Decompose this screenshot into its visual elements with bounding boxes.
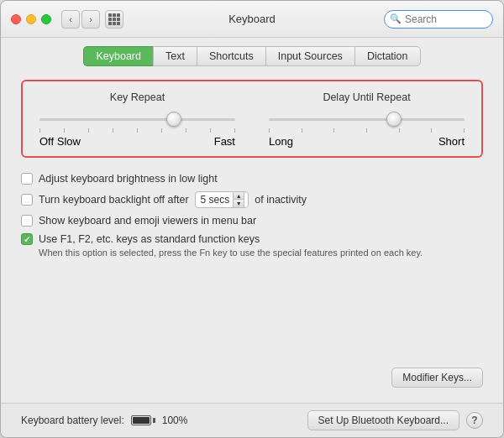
fn-keys-label: Use F1, F2, etc. keys as standard functi… xyxy=(39,233,260,245)
sliders-section: Key Repeat Off Slow Fast Del xyxy=(21,80,483,158)
tab-dictation[interactable]: Dictation xyxy=(354,46,421,66)
modifier-keys-button[interactable]: Modifier Keys... xyxy=(391,368,483,388)
main-content: Key Repeat Off Slow Fast Del xyxy=(1,66,503,403)
tab-text[interactable]: Text xyxy=(153,46,197,66)
forward-button[interactable]: › xyxy=(81,10,100,29)
fn-keys-note: When this option is selected, press the … xyxy=(39,247,483,259)
grid-icon xyxy=(108,13,120,25)
tabbar: Keyboard Text Shortcuts Input Sources Di… xyxy=(1,38,503,66)
footer: Keyboard battery level: 100% Set Up Blue… xyxy=(1,403,503,437)
option-brightness: Adjust keyboard brightness in low light xyxy=(21,173,483,185)
tab-shortcuts[interactable]: Shortcuts xyxy=(197,46,265,66)
backlight-suffix: of inactivity xyxy=(255,194,307,206)
battery-label: Keyboard battery level: xyxy=(21,415,124,426)
delay-left: Long xyxy=(269,135,293,148)
backlight-label: Turn keyboard backlight off after xyxy=(39,194,189,206)
brightness-checkbox[interactable] xyxy=(21,173,33,185)
key-repeat-slider-container xyxy=(39,110,235,128)
back-button[interactable]: ‹ xyxy=(61,10,80,29)
option-fn-keys: Use F1, F2, etc. keys as standard functi… xyxy=(21,233,483,259)
spinner-control[interactable]: 5 secs ▲ ▼ xyxy=(195,191,249,208)
key-repeat-label: Key Repeat xyxy=(110,91,165,103)
key-repeat-left: Off Slow xyxy=(39,135,81,148)
key-repeat-slider[interactable] xyxy=(39,118,235,121)
delay-repeat-group: Delay Until Repeat Long Short xyxy=(269,91,465,148)
modifier-keys-bar: Modifier Keys... xyxy=(21,368,483,393)
backlight-checkbox[interactable] xyxy=(21,194,33,206)
option-backlight: Turn keyboard backlight off after 5 secs… xyxy=(21,191,483,208)
fn-keys-row: Use F1, F2, etc. keys as standard functi… xyxy=(21,233,483,245)
battery-body xyxy=(131,415,151,425)
tab-input-sources[interactable]: Input Sources xyxy=(265,46,354,66)
nav-buttons: ‹ › xyxy=(61,10,100,29)
help-button[interactable]: ? xyxy=(466,412,483,429)
search-box: 🔍 xyxy=(384,10,493,29)
fn-keys-checkbox[interactable] xyxy=(21,233,33,245)
battery-icon xyxy=(131,415,155,425)
spinner-up[interactable]: ▲ xyxy=(233,191,244,200)
spacer xyxy=(21,259,483,368)
battery-fill xyxy=(133,417,150,424)
minimize-button[interactable] xyxy=(26,14,36,24)
battery-percent: 100% xyxy=(162,415,188,426)
key-repeat-ticks xyxy=(39,128,235,133)
bluetooth-keyboard-button[interactable]: Set Up Bluetooth Keyboard... xyxy=(307,410,459,430)
key-repeat-right: Fast xyxy=(214,135,235,148)
delay-slider-container xyxy=(269,110,465,128)
spinner-arrows: ▲ ▼ xyxy=(233,191,244,208)
battery-tip xyxy=(153,418,155,423)
option-emoji: Show keyboard and emoji viewers in menu … xyxy=(21,215,483,227)
close-button[interactable] xyxy=(11,14,21,24)
spinner-down[interactable]: ▼ xyxy=(233,200,244,208)
emoji-checkbox[interactable] xyxy=(21,215,33,227)
footer-buttons: Set Up Bluetooth Keyboard... ? xyxy=(307,410,483,430)
window: ‹ › Keyboard 🔍 Keyboard Text Shortcuts I… xyxy=(0,0,504,438)
delay-right: Short xyxy=(438,135,465,148)
spinner-value: 5 secs xyxy=(199,194,232,206)
titlebar: ‹ › Keyboard 🔍 xyxy=(1,1,503,38)
window-title: Keyboard xyxy=(228,13,276,25)
battery-section: Keyboard battery level: 100% xyxy=(21,415,187,426)
delay-ends: Long Short xyxy=(269,135,465,148)
search-icon: 🔍 xyxy=(390,13,402,24)
tab-keyboard[interactable]: Keyboard xyxy=(83,46,153,66)
brightness-label: Adjust keyboard brightness in low light xyxy=(39,173,218,185)
options-section: Adjust keyboard brightness in low light … xyxy=(21,173,483,259)
delay-label: Delay Until Repeat xyxy=(323,91,410,103)
traffic-lights xyxy=(11,14,51,24)
grid-button[interactable] xyxy=(105,10,123,29)
key-repeat-group: Key Repeat Off Slow Fast xyxy=(39,91,235,148)
delay-slider[interactable] xyxy=(269,118,465,121)
emoji-label: Show keyboard and emoji viewers in menu … xyxy=(39,215,256,227)
delay-ticks xyxy=(269,128,465,133)
maximize-button[interactable] xyxy=(41,14,51,24)
key-repeat-ends: Off Slow Fast xyxy=(39,135,235,148)
